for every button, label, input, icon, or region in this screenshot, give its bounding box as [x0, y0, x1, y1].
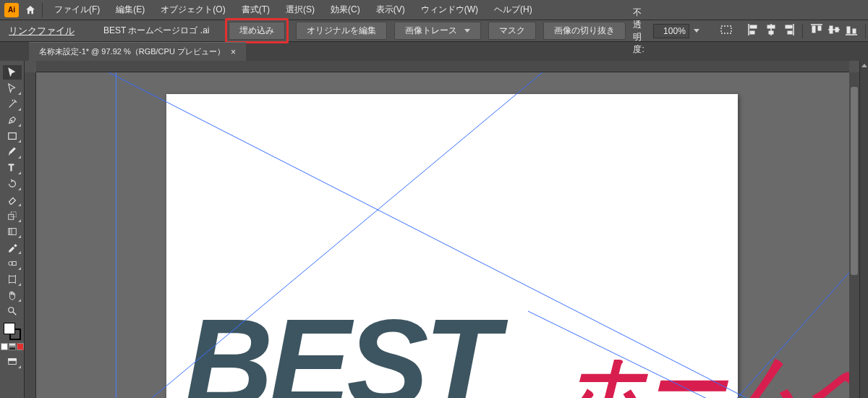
menu-format[interactable]: 書式(T) [234, 1, 277, 19]
svg-line-42 [12, 312, 15, 315]
svg-rect-15 [835, 27, 838, 32]
scale-tool[interactable] [3, 208, 22, 223]
guide-vertical[interactable] [116, 72, 116, 398]
svg-rect-36 [9, 276, 15, 283]
align-bottom-icon[interactable] [845, 23, 858, 38]
image-trace-button[interactable]: 画像トレース [394, 22, 481, 40]
divider [802, 24, 803, 38]
edit-original-button[interactable]: オリジナルを編集 [296, 22, 387, 40]
scrollbar-vertical[interactable] [849, 72, 859, 398]
app-icon[interactable]: Ai [4, 3, 19, 17]
svg-rect-44 [8, 359, 16, 361]
selection-tool[interactable] [3, 65, 22, 80]
opacity-label: 不透明度: [633, 7, 648, 56]
svg-point-26 [11, 120, 12, 122]
svg-point-41 [8, 308, 13, 313]
scrollbar-thumb[interactable] [851, 87, 858, 275]
artboard-tool[interactable] [3, 272, 22, 287]
linked-filename: BEST ホームページロゴ .ai [103, 25, 209, 37]
svg-rect-0 [721, 26, 731, 33]
menu-effect[interactable]: 効果(C) [323, 1, 367, 19]
document-tab[interactable]: 名称未設定-1* @ 97.92 %（RGB/CPU プレビュー） × [29, 42, 246, 61]
document-tabbar: 名称未設定-1* @ 97.92 %（RGB/CPU プレビュー） × [0, 42, 868, 61]
screen-mode-tool[interactable] [3, 355, 22, 369]
svg-rect-11 [812, 26, 815, 33]
align-right-icon[interactable] [782, 23, 795, 38]
rectangle-tool[interactable] [3, 129, 22, 143]
embed-button[interactable]: 埋め込み [229, 22, 285, 40]
pen-tool[interactable] [3, 113, 22, 127]
magic-wand-tool[interactable] [3, 97, 22, 111]
menu-help[interactable]: ヘルプ(H) [487, 1, 540, 19]
svg-rect-3 [750, 31, 754, 34]
logo-text-best[interactable]: BEST [184, 294, 509, 398]
menu-view[interactable]: 表示(V) [369, 1, 412, 19]
mask-button[interactable]: マスク [488, 22, 536, 40]
type-tool[interactable]: T [3, 161, 22, 175]
svg-text:T: T [8, 163, 14, 173]
opacity-group: 不透明度: [633, 7, 699, 56]
svg-rect-18 [853, 29, 856, 33]
svg-rect-17 [847, 27, 850, 33]
workarea: T BEST ホームペ [0, 61, 868, 398]
svg-rect-2 [750, 25, 757, 28]
svg-rect-9 [788, 31, 792, 34]
gradient-tool[interactable] [3, 224, 22, 239]
document-tab-title: 名称未設定-1* @ 97.92 %（RGB/CPU プレビュー） [39, 46, 225, 57]
align-top-icon[interactable] [810, 23, 823, 38]
canvas-wrap: BEST ホームペ [25, 61, 859, 398]
svg-rect-14 [830, 26, 833, 33]
align-hcenter-icon[interactable] [765, 23, 778, 38]
transform-panel-icon[interactable] [720, 23, 733, 38]
rotate-tool[interactable] [3, 177, 22, 191]
ruler-horizontal[interactable] [36, 61, 849, 72]
control-bar: リンクファイル BEST ホームページロゴ .ai 埋め込み オリジナルを編集 … [0, 20, 868, 42]
link-file-label[interactable]: リンクファイル [9, 25, 75, 38]
artboard[interactable]: BEST ホームペ [166, 94, 738, 398]
menu-window[interactable]: ウィンドウ(W) [414, 1, 485, 19]
svg-rect-27 [8, 133, 16, 140]
menu-edit[interactable]: 編集(E) [109, 1, 152, 19]
hand-tool[interactable] [3, 288, 22, 302]
zoom-tool[interactable] [3, 304, 22, 318]
svg-point-34 [8, 261, 12, 265]
svg-rect-8 [786, 25, 792, 28]
home-icon[interactable] [23, 3, 38, 17]
divider [865, 24, 866, 38]
divider [42, 3, 43, 17]
fill-swatch[interactable] [4, 323, 15, 334]
menu-object[interactable]: オブジェクト(O) [153, 1, 232, 19]
ruler-vertical[interactable] [25, 72, 36, 398]
direct-selection-tool[interactable] [3, 81, 22, 96]
chevron-down-icon[interactable] [694, 25, 699, 38]
menu-file[interactable]: ファイル(F) [47, 1, 107, 19]
tutorial-highlight: 埋め込み [225, 18, 289, 43]
svg-rect-12 [818, 26, 821, 30]
canvas[interactable]: BEST ホームペ [36, 72, 849, 398]
color-mode-icons[interactable] [1, 343, 24, 350]
menubar: Ai ファイル(F) 編集(E) オブジェクト(O) 書式(T) 選択(S) 効… [0, 0, 868, 20]
align-left-icon[interactable] [747, 23, 760, 38]
svg-rect-35 [12, 261, 16, 265]
paintbrush-tool[interactable] [3, 145, 22, 159]
tools-panel: T [0, 61, 25, 398]
menu-select[interactable]: 選択(S) [278, 1, 322, 19]
svg-rect-5 [767, 25, 775, 28]
opacity-input[interactable] [653, 24, 689, 38]
logo-text-jp[interactable]: ホームペ [564, 344, 849, 398]
panel-dock[interactable] [859, 61, 868, 398]
close-icon[interactable]: × [231, 47, 236, 57]
svg-rect-6 [769, 31, 773, 34]
align-vcenter-icon[interactable] [827, 23, 841, 38]
align-icons: X: [747, 23, 868, 38]
blend-tool[interactable] [3, 256, 22, 271]
eraser-tool[interactable] [3, 192, 22, 207]
eyedropper-tool[interactable] [3, 240, 22, 255]
crop-image-button[interactable]: 画像の切り抜き [543, 22, 626, 40]
fill-stroke-swatch[interactable] [4, 323, 21, 340]
